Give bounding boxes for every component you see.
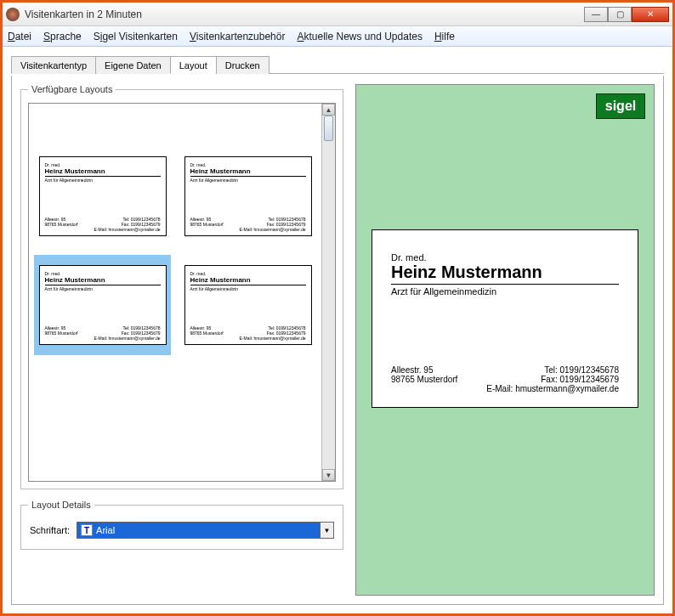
- titlebar: Visitenkarten in 2 Minuten — ▢ ✕: [3, 3, 672, 26]
- scroll-up-arrow[interactable]: ▲: [322, 104, 335, 116]
- tab-drucken[interactable]: Drucken: [216, 56, 269, 74]
- layout-details-group: Layout Details Schriftart: T Arial ▼: [20, 500, 343, 550]
- layout-tile[interactable]: Dr. med. Heinz Mustermann Arzt für Allge…: [34, 255, 171, 355]
- layout-tile[interactable]: Dr. med. Heinz Mustermann Arzt für Allge…: [34, 146, 171, 246]
- font-value: Arial: [96, 525, 115, 535]
- tab-layout[interactable]: Layout: [170, 56, 217, 74]
- scrollbar[interactable]: ▲ ▼: [321, 104, 335, 481]
- card-subtitle: Arzt für Allgemeinmedizin: [391, 286, 619, 297]
- window-title: Visitenkarten in 2 Minuten: [25, 8, 584, 20]
- scroll-down-arrow[interactable]: ▼: [322, 469, 335, 481]
- sigel-logo: sigel: [596, 93, 645, 119]
- tab-eigene-daten[interactable]: Eigene Daten: [95, 56, 171, 74]
- menu-hilfe[interactable]: Hilfe: [434, 31, 455, 42]
- font-select[interactable]: T Arial ▼: [77, 522, 334, 539]
- card-contact: Tel: 0199/12345678 Fax: 0199/12345679 E-…: [486, 365, 619, 393]
- layout-tile[interactable]: Dr. med. Heinz Mustermann Arzt für Allge…: [179, 146, 316, 246]
- layout-thumbnail: Dr. med. Heinz Mustermann Arzt für Allge…: [39, 265, 167, 345]
- card-preview: Dr. med. Heinz Mustermann Arzt für Allge…: [372, 229, 638, 408]
- layout-thumbnail: Dr. med. Heinz Mustermann Arzt für Allge…: [184, 265, 312, 345]
- card-address: Alleestr. 95 98765 Musterdorf: [391, 365, 457, 393]
- layout-thumbnail: Dr. med. Heinz Mustermann Arzt für Allge…: [39, 156, 167, 236]
- font-label: Schriftart:: [30, 525, 70, 535]
- font-type-icon: T: [81, 524, 93, 536]
- available-layouts-label: Verfügbare Layouts: [28, 84, 116, 94]
- available-layouts-group: Verfügbare Layouts Dr. med. Heinz Muster…: [20, 84, 343, 489]
- preview-pane: sigel Dr. med. Heinz Mustermann Arzt für…: [355, 84, 655, 596]
- layout-details-label: Layout Details: [28, 500, 94, 510]
- menu-zubehoer[interactable]: Visitenkartenzubehör: [190, 31, 286, 42]
- close-button[interactable]: ✕: [632, 7, 669, 22]
- card-title-prefix: Dr. med.: [391, 252, 619, 263]
- layout-tile[interactable]: Dr. med. Heinz Mustermann Arzt für Allge…: [179, 255, 316, 355]
- menu-news[interactable]: Aktuelle News und Updates: [297, 31, 422, 42]
- menu-sprache[interactable]: Sprache: [43, 31, 82, 42]
- app-icon: [6, 8, 20, 21]
- menu-sigel[interactable]: Sigel Visitenkarten: [94, 31, 178, 42]
- layout-thumbnail: Dr. med. Heinz Mustermann Arzt für Allge…: [184, 156, 312, 236]
- minimize-button[interactable]: —: [584, 7, 608, 22]
- chevron-down-icon[interactable]: ▼: [320, 523, 333, 538]
- maximize-button[interactable]: ▢: [608, 7, 632, 22]
- menu-datei[interactable]: Datei: [8, 31, 31, 42]
- tab-visitenkartentyp[interactable]: Visitenkartentyp: [11, 56, 96, 74]
- layout-list: Dr. med. Heinz Mustermann Arzt für Allge…: [28, 103, 336, 482]
- menubar: Datei Sprache Sigel Visitenkarten Visite…: [3, 26, 672, 47]
- tab-panel: Verfügbare Layouts Dr. med. Heinz Muster…: [11, 76, 664, 605]
- tab-bar: Visitenkartentyp Eigene Daten Layout Dru…: [11, 55, 664, 74]
- scroll-thumb[interactable]: [324, 116, 333, 141]
- card-name: Heinz Mustermann: [391, 263, 619, 285]
